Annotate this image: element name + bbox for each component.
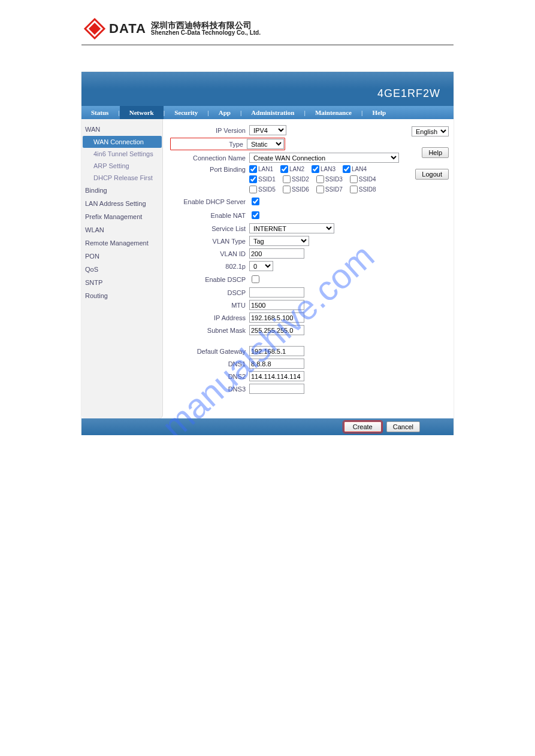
side-lan[interactable]: LAN Address Setting [83, 197, 162, 210]
lbl-dns3: DNS3 [170, 385, 249, 393]
cb-ssid4[interactable] [350, 175, 358, 183]
side-pon[interactable]: PON [83, 250, 162, 263]
type-select[interactable]: Static [247, 139, 284, 149]
cb-ssid6[interactable] [283, 186, 291, 193]
side-group-wan[interactable]: WAN [83, 123, 162, 136]
lbl-ip: IP Address [170, 314, 249, 321]
cancel-button[interactable]: Cancel [386, 421, 420, 432]
document-header: DATA 深圳市西迪特科技有限公司 Shenzhen C-Data Techno… [0, 0, 535, 44]
dns3-input[interactable] [249, 384, 304, 394]
router-admin-app: 4GE1RF2W Status| Network| Security| App|… [81, 72, 454, 435]
ip-input[interactable] [249, 312, 304, 323]
nav-app[interactable]: App [209, 106, 240, 119]
create-button[interactable]: Create [344, 421, 382, 432]
nav-security[interactable]: Security [165, 106, 207, 119]
lbl-vlan-type: VLAN Type [170, 238, 249, 245]
lbl-dns2: DNS2 [170, 373, 249, 380]
cb-ssid7[interactable] [316, 186, 324, 193]
company-name-en: Shenzhen C-Data Technology Co., Ltd. [151, 30, 261, 36]
lbl-nat: Enable NAT [170, 212, 249, 219]
side-dhcp-release[interactable]: DHCP Release First [83, 172, 162, 184]
side-sntp[interactable]: SNTP [83, 276, 162, 289]
sidebar: WAN WAN Connection 4in6 Tunnel Settings … [81, 119, 163, 418]
dns2-input[interactable] [249, 371, 304, 381]
dscp-input [249, 287, 304, 297]
lbl-type: Type [171, 141, 247, 148]
cb-lan1[interactable] [249, 165, 257, 173]
lbl-mtu: MTU [170, 302, 249, 309]
connection-name-select[interactable]: Create WAN Connection [249, 153, 399, 163]
logo-text: DATA [109, 21, 146, 37]
app-banner: 4GE1RF2W [81, 72, 454, 106]
nav-network[interactable]: Network [120, 106, 164, 119]
lbl-dhcp: Enable DHCP Server [170, 198, 249, 205]
side-qos[interactable]: QoS [83, 263, 162, 276]
company-name-cn: 深圳市西迪特科技有限公司 [151, 22, 261, 30]
lbl-vlan-id: VLAN ID [170, 250, 249, 257]
cb-ssid5[interactable] [249, 186, 257, 193]
mtu-input[interactable] [249, 300, 304, 310]
lbl-mask: Subnet Mask [170, 327, 249, 334]
side-prefix[interactable]: Prefix Management [83, 210, 162, 223]
nav-help[interactable]: Help [362, 106, 395, 119]
lbl-ip-version: IP Version [170, 127, 249, 134]
lbl-enable-dscp: Enable DSCP [170, 276, 249, 283]
vlan-type-select[interactable]: Tag [249, 236, 309, 246]
gateway-input[interactable] [249, 346, 304, 356]
side-binding[interactable]: Binding [83, 184, 162, 197]
vlan-id-input[interactable] [249, 248, 304, 259]
side-wlan[interactable]: WLAN [83, 223, 162, 236]
lbl-service: Service List [170, 225, 249, 232]
nav-administration[interactable]: Administration [241, 106, 304, 119]
dns1-input[interactable] [249, 359, 304, 369]
help-button[interactable]: Help [422, 147, 449, 158]
service-list-select[interactable]: INTERNET [249, 223, 334, 233]
mask-input[interactable] [249, 325, 304, 335]
cb-enable-dscp[interactable] [252, 275, 259, 283]
lbl-8021p: 802.1p [170, 263, 249, 270]
cb-lan4[interactable] [343, 165, 350, 173]
lbl-conn-name: Connection Name [170, 154, 249, 162]
cb-nat[interactable] [252, 211, 259, 219]
form-area: English Help Logout IP Version IPV4 Type… [163, 119, 454, 418]
logo-icon [83, 17, 107, 41]
lbl-dns1: DNS1 [170, 360, 249, 368]
8021p-select[interactable]: 0 [249, 261, 273, 271]
lbl-dscp: DSCP [170, 289, 249, 296]
header-rule [81, 44, 454, 45]
top-nav: Status| Network| Security| App| Administ… [81, 106, 454, 119]
side-4in6[interactable]: 4in6 Tunnel Settings [83, 148, 162, 160]
side-wan-connection[interactable]: WAN Connection [83, 136, 162, 148]
cb-ssid8[interactable] [350, 186, 358, 193]
cb-lan3[interactable] [312, 165, 319, 173]
side-routing[interactable]: Routing [83, 289, 162, 302]
lbl-gw: Default Gateway [170, 348, 249, 355]
lbl-port-binding: Port Binding [170, 166, 249, 173]
cb-ssid3[interactable] [316, 175, 324, 183]
cb-ssid2[interactable] [283, 175, 291, 183]
nav-status[interactable]: Status [81, 106, 118, 119]
side-remote[interactable]: Remote Management [83, 236, 162, 250]
ip-version-select[interactable]: IPV4 [249, 125, 286, 135]
form-footer: Create Cancel [81, 418, 454, 435]
cb-dhcp[interactable] [252, 198, 259, 205]
cb-ssid1[interactable] [249, 175, 257, 183]
right-column: English Help Logout [412, 126, 449, 180]
cb-lan2[interactable] [280, 165, 288, 173]
model-number: 4GE1RF2W [377, 87, 440, 100]
logout-button[interactable]: Logout [415, 169, 449, 180]
language-select[interactable]: English [412, 126, 449, 136]
nav-maintenance[interactable]: Maintenance [306, 106, 361, 119]
side-arp[interactable]: ARP Setting [83, 160, 162, 172]
